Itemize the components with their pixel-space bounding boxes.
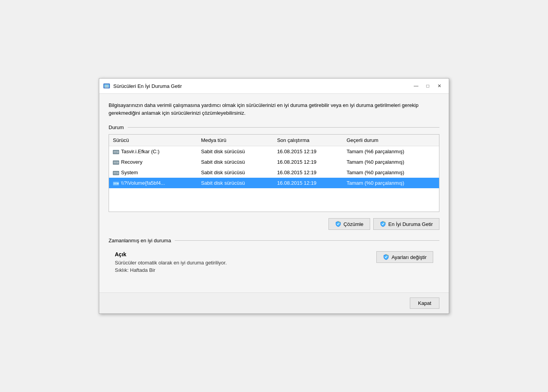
drive-cell: \\?\Volume{fa5bf4... — [109, 178, 197, 188]
scheduled-status-desc: Sürücüler otomatik olarak en iyi duruma … — [115, 260, 227, 266]
titlebar: Sürücüleri En İyi Duruma Getir — □ ✕ — [99, 79, 449, 94]
drive-name: Tasvir.i.Efkar (C:) — [121, 149, 160, 154]
footer: Kapat — [99, 292, 449, 313]
scheduled-section-header: Zamanlanmış en iyi duruma — [109, 238, 439, 243]
status-cell: Tamam (%6 parçalanmış) — [342, 146, 439, 157]
drive-cell: Recovery — [109, 157, 197, 167]
window-title: Sürücüleri En İyi Duruma Getir — [113, 83, 407, 89]
main-window: Sürücüleri En İyi Duruma Getir — □ ✕ Bil… — [99, 78, 449, 314]
drive-icon — [113, 159, 121, 165]
status-cell: Tamam (%0 parçalanmış) — [342, 167, 439, 178]
maximize-button[interactable]: □ — [422, 82, 433, 90]
svg-rect-16 — [114, 173, 117, 173]
scheduled-section: Zamanlanmış en iyi duruma Açık Sürücüler… — [109, 238, 439, 277]
drive-name: Recovery — [121, 159, 142, 165]
table-row[interactable]: \\?\Volume{fa5bf4...Sabit disk sürücüsü1… — [109, 178, 439, 188]
app-icon — [103, 82, 110, 89]
drive-name: System — [121, 170, 138, 175]
last-run-cell: 16.08.2015 12:19 — [273, 167, 343, 178]
action-buttons-row: Çözümle En İyi Duruma Getir — [109, 218, 439, 230]
svg-point-19 — [118, 183, 119, 184]
table-row[interactable]: Tasvir.i.Efkar (C:)Sabit disk sürücüsü16… — [109, 146, 439, 157]
col-header-status: Geçerli durum — [342, 135, 439, 146]
last-run-cell: 16.08.2015 12:19 — [273, 178, 343, 188]
main-content: Bilgisayarınızın daha verimli çalışmasın… — [99, 94, 449, 292]
shield-icon-optimize — [380, 221, 386, 227]
scheduled-status-title: Açık — [115, 251, 227, 257]
description-text: Bilgisayarınızın daha verimli çalışmasın… — [109, 102, 439, 117]
window-controls: — □ ✕ — [411, 82, 445, 90]
scheduled-divider — [175, 240, 439, 241]
optimize-button[interactable]: En İyi Duruma Getir — [373, 218, 439, 230]
table-body: Tasvir.i.Efkar (C:)Sabit disk sürücüsü16… — [109, 146, 439, 212]
drives-table: Sürücü Medya türü Son çalıştırma Geçerli… — [109, 135, 439, 212]
last-run-cell: 16.08.2015 12:19 — [273, 157, 343, 167]
col-header-drive: Sürücü — [109, 135, 197, 146]
settings-button[interactable]: Ayarları değiştir — [376, 251, 433, 263]
status-divider — [128, 127, 439, 128]
close-button[interactable]: ✕ — [434, 82, 445, 90]
media-type-cell: Sabit disk sürücüsü — [197, 167, 273, 178]
drive-cell: Tasvir.i.Efkar (C:) — [109, 146, 197, 157]
optimize-label: En İyi Duruma Getir — [388, 221, 433, 227]
media-type-cell: Sabit disk sürücüsü — [197, 157, 273, 167]
scheduled-info: Açık Sürücüler otomatik olarak en iyi du… — [115, 251, 227, 273]
drive-name: \\?\Volume{fa5bf4... — [121, 180, 165, 186]
col-header-lastrun: Son çalıştırma — [273, 135, 343, 146]
media-type-cell: Sabit disk sürücüsü — [197, 178, 273, 188]
table-row[interactable]: SystemSabit disk sürücüsü16.08.2015 12:1… — [109, 167, 439, 178]
col-header-media: Medya türü — [197, 135, 273, 146]
status-label: Durum — [109, 124, 124, 130]
scheduled-content: Açık Sürücüler otomatik olarak en iyi du… — [109, 247, 439, 277]
scheduled-frequency: Sıklık: Haftada Bir — [115, 267, 227, 273]
svg-rect-12 — [114, 162, 117, 163]
minimize-button[interactable]: — — [411, 82, 422, 90]
scheduled-label: Zamanlanmış en iyi duruma — [109, 238, 171, 243]
table-header-row: Sürücü Medya türü Son çalıştırma Geçerli… — [109, 135, 439, 146]
svg-rect-20 — [114, 183, 117, 184]
svg-point-15 — [118, 172, 119, 173]
svg-point-11 — [118, 162, 119, 163]
analyze-button[interactable]: Çözümle — [328, 218, 370, 230]
analyze-label: Çözümle — [344, 221, 364, 227]
table-row[interactable]: RecoverySabit disk sürücüsü16.08.2015 12… — [109, 157, 439, 167]
status-section-header: Durum — [109, 124, 439, 130]
drive-icon — [113, 180, 121, 186]
svg-rect-2 — [105, 87, 109, 88]
footer-close-button[interactable]: Kapat — [410, 298, 439, 309]
svg-rect-8 — [114, 152, 117, 152]
shield-icon-settings — [383, 254, 389, 260]
svg-point-7 — [118, 151, 119, 152]
svg-point-4 — [106, 86, 107, 86]
media-type-cell: Sabit disk sürücüsü — [197, 146, 273, 157]
drives-table-container: Sürücü Medya türü Son çalıştırma Geçerli… — [109, 134, 439, 212]
empty-row — [109, 188, 439, 212]
status-cell: Tamam (%0 parçalanmış) — [342, 157, 439, 167]
drive-icon — [113, 149, 121, 154]
status-cell: Tamam (%0 parçalanmış) — [342, 178, 439, 188]
settings-label: Ayarları değiştir — [392, 254, 427, 260]
drive-cell: System — [109, 167, 197, 178]
drive-icon — [113, 170, 121, 175]
shield-icon-analyze — [335, 221, 341, 227]
last-run-cell: 16.08.2015 12:19 — [273, 146, 343, 157]
